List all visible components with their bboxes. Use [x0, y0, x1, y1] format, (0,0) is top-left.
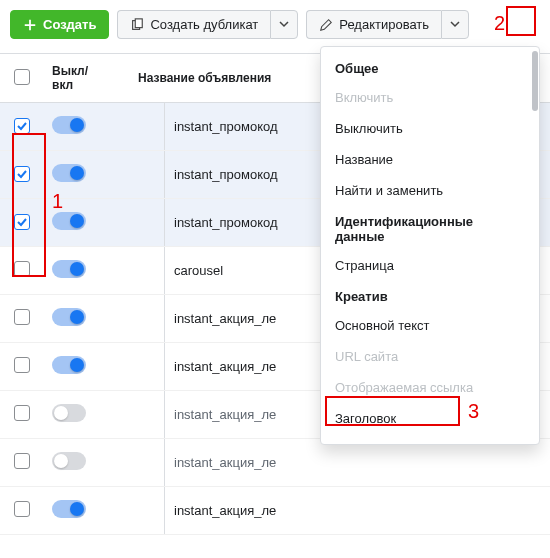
row-checkbox[interactable] — [14, 166, 30, 182]
row-checkbox[interactable] — [14, 501, 30, 517]
pencil-icon — [319, 18, 333, 32]
menu-item[interactable]: Основной текст — [321, 310, 539, 341]
menu-item: Включить — [321, 82, 539, 113]
row-name[interactable]: instant_промокод — [174, 167, 278, 182]
menu-item: Отображаемая ссылка — [321, 372, 539, 403]
edit-button-group: Редактировать — [306, 10, 469, 39]
menu-section-header: Общее — [321, 53, 539, 82]
row-name[interactable]: instant_промокод — [174, 119, 278, 134]
row-checkbox[interactable] — [14, 118, 30, 134]
duplicate-caret-button[interactable] — [270, 10, 298, 39]
row-toggle[interactable] — [52, 356, 86, 374]
plus-icon — [23, 18, 37, 32]
row-name[interactable]: instant_акция_ле — [174, 407, 276, 422]
row-toggle[interactable] — [52, 404, 86, 422]
row-checkbox[interactable] — [14, 405, 30, 421]
select-all-checkbox[interactable] — [14, 69, 30, 85]
menu-item: URL сайта — [321, 341, 539, 372]
duplicate-button[interactable]: Создать дубликат — [117, 10, 270, 39]
row-checkbox[interactable] — [14, 214, 30, 230]
select-all-header — [0, 54, 44, 103]
row-checkbox[interactable] — [14, 357, 30, 373]
edit-button[interactable]: Редактировать — [306, 10, 441, 39]
row-toggle[interactable] — [52, 260, 86, 278]
edit-caret-button[interactable] — [441, 10, 469, 39]
row-toggle[interactable] — [52, 500, 86, 518]
row-checkbox[interactable] — [14, 309, 30, 325]
toggle-column-header: Выкл/ вкл — [44, 54, 130, 103]
duplicate-button-group: Создать дубликат — [117, 10, 298, 39]
copy-icon — [130, 18, 144, 32]
duplicate-button-label: Создать дубликат — [150, 17, 258, 32]
menu-item[interactable]: Название — [321, 144, 539, 175]
menu-scrollbar[interactable] — [532, 49, 538, 442]
menu-item[interactable]: Страница — [321, 250, 539, 281]
row-name[interactable]: instant_акция_ле — [174, 503, 276, 518]
row-toggle[interactable] — [52, 452, 86, 470]
row-toggle[interactable] — [52, 212, 86, 230]
table-row: instant_акция_ле — [0, 439, 550, 487]
row-name[interactable]: instant_акция_ле — [174, 311, 276, 326]
row-toggle[interactable] — [52, 164, 86, 182]
row-name[interactable]: carousel — [174, 263, 223, 278]
table-row: instant_акция_ле — [0, 487, 550, 535]
edit-dropdown-menu: ОбщееВключитьВыключитьНазваниеНайти и за… — [320, 46, 540, 445]
row-toggle[interactable] — [52, 308, 86, 326]
menu-item[interactable]: Найти и заменить — [321, 175, 539, 206]
row-checkbox[interactable] — [14, 261, 30, 277]
svg-rect-1 — [136, 18, 143, 27]
menu-item[interactable]: Выключить — [321, 113, 539, 144]
row-name[interactable]: instant_акция_ле — [174, 455, 276, 470]
row-toggle[interactable] — [52, 116, 86, 134]
row-name[interactable]: instant_промокод — [174, 215, 278, 230]
row-name[interactable]: instant_акция_ле — [174, 359, 276, 374]
edit-button-label: Редактировать — [339, 17, 429, 32]
caret-down-icon — [279, 17, 289, 32]
menu-section-header: Идентификационные данные — [321, 206, 539, 250]
menu-item[interactable]: Заголовок — [321, 403, 539, 434]
caret-down-icon — [450, 17, 460, 32]
create-button[interactable]: Создать — [10, 10, 109, 39]
menu-section-header: Креатив — [321, 281, 539, 310]
row-checkbox[interactable] — [14, 453, 30, 469]
create-button-label: Создать — [43, 17, 96, 32]
